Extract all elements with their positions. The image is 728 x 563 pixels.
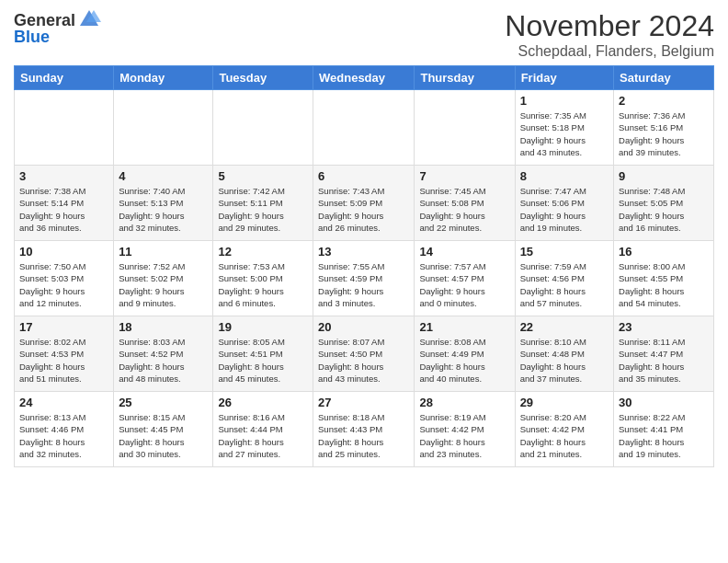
cell-w3-d3: 12Sunrise: 7:53 AM Sunset: 5:00 PM Dayli…: [213, 241, 313, 316]
cell-w4-d7: 23Sunrise: 8:11 AM Sunset: 4:47 PM Dayli…: [614, 316, 714, 392]
day-info: Sunrise: 7:53 AM Sunset: 5:00 PM Dayligh…: [218, 260, 308, 309]
calendar-header-row: Sunday Monday Tuesday Wednesday Thursday…: [15, 66, 714, 90]
cell-w2-d5: 7Sunrise: 7:45 AM Sunset: 5:08 PM Daylig…: [415, 166, 515, 241]
day-info: Sunrise: 8:19 AM Sunset: 4:42 PM Dayligh…: [419, 411, 509, 460]
cell-w2-d7: 9Sunrise: 7:48 AM Sunset: 5:05 PM Daylig…: [614, 166, 714, 241]
day-number: 13: [318, 245, 409, 259]
day-number: 20: [318, 320, 409, 334]
day-number: 23: [619, 320, 709, 334]
logo-blue-text: Blue: [14, 28, 50, 47]
day-info: Sunrise: 8:18 AM Sunset: 4:43 PM Dayligh…: [318, 411, 409, 460]
day-number: 7: [419, 169, 509, 183]
day-number: 27: [318, 396, 409, 409]
col-thursday: Thursday: [415, 66, 515, 90]
day-info: Sunrise: 8:03 AM Sunset: 4:52 PM Dayligh…: [119, 336, 208, 385]
day-number: 19: [218, 320, 308, 334]
cell-w5-d6: 29Sunrise: 8:20 AM Sunset: 4:42 PM Dayli…: [515, 392, 613, 467]
day-number: 28: [419, 396, 509, 409]
day-info: Sunrise: 8:11 AM Sunset: 4:47 PM Dayligh…: [619, 336, 709, 385]
day-number: 18: [119, 320, 208, 334]
header: General Blue November 2024 Schepdaal, Fl…: [14, 9, 714, 60]
day-info: Sunrise: 7:40 AM Sunset: 5:13 PM Dayligh…: [119, 185, 208, 234]
logo: General Blue: [14, 9, 101, 47]
cell-w3-d5: 14Sunrise: 7:57 AM Sunset: 4:57 PM Dayli…: [415, 241, 515, 316]
day-number: 26: [218, 396, 308, 409]
day-number: 15: [520, 245, 609, 259]
day-info: Sunrise: 7:42 AM Sunset: 5:11 PM Dayligh…: [218, 185, 308, 234]
cell-w2-d1: 3Sunrise: 7:38 AM Sunset: 5:14 PM Daylig…: [15, 166, 114, 241]
day-number: 8: [520, 169, 609, 183]
col-saturday: Saturday: [614, 66, 714, 90]
cell-w2-d2: 4Sunrise: 7:40 AM Sunset: 5:13 PM Daylig…: [114, 166, 213, 241]
col-friday: Friday: [515, 66, 613, 90]
page-container: General Blue November 2024 Schepdaal, Fl…: [0, 0, 728, 477]
day-info: Sunrise: 8:22 AM Sunset: 4:41 PM Dayligh…: [619, 411, 709, 460]
day-info: Sunrise: 7:36 AM Sunset: 5:16 PM Dayligh…: [619, 109, 709, 158]
day-info: Sunrise: 7:48 AM Sunset: 5:05 PM Dayligh…: [619, 185, 709, 234]
cell-w4-d1: 17Sunrise: 8:02 AM Sunset: 4:53 PM Dayli…: [15, 316, 114, 392]
cell-w2-d6: 8Sunrise: 7:47 AM Sunset: 5:06 PM Daylig…: [515, 166, 613, 241]
day-info: Sunrise: 8:05 AM Sunset: 4:51 PM Dayligh…: [218, 336, 308, 385]
week-row-5: 24Sunrise: 8:13 AM Sunset: 4:46 PM Dayli…: [15, 392, 714, 467]
day-number: 2: [619, 94, 709, 108]
location-text: Schepdaal, Flanders, Belgium: [505, 43, 714, 60]
cell-w1-d1: [15, 90, 114, 166]
cell-w1-d4: [313, 90, 415, 166]
day-number: 12: [218, 245, 308, 259]
week-row-4: 17Sunrise: 8:02 AM Sunset: 4:53 PM Dayli…: [15, 316, 714, 392]
day-number: 3: [19, 169, 108, 183]
cell-w4-d3: 19Sunrise: 8:05 AM Sunset: 4:51 PM Dayli…: [213, 316, 313, 392]
cell-w1-d3: [213, 90, 313, 166]
day-info: Sunrise: 8:00 AM Sunset: 4:55 PM Dayligh…: [619, 260, 709, 309]
day-number: 10: [19, 245, 108, 259]
cell-w5-d4: 27Sunrise: 8:18 AM Sunset: 4:43 PM Dayli…: [313, 392, 415, 467]
week-row-2: 3Sunrise: 7:38 AM Sunset: 5:14 PM Daylig…: [15, 166, 714, 241]
cell-w2-d3: 5Sunrise: 7:42 AM Sunset: 5:11 PM Daylig…: [213, 166, 313, 241]
cell-w5-d2: 25Sunrise: 8:15 AM Sunset: 4:45 PM Dayli…: [114, 392, 213, 467]
day-number: 17: [19, 320, 108, 334]
day-info: Sunrise: 7:55 AM Sunset: 4:59 PM Dayligh…: [318, 260, 409, 309]
day-info: Sunrise: 7:50 AM Sunset: 5:03 PM Dayligh…: [19, 260, 108, 309]
cell-w3-d6: 15Sunrise: 7:59 AM Sunset: 4:56 PM Dayli…: [515, 241, 613, 316]
col-tuesday: Tuesday: [213, 66, 313, 90]
cell-w1-d5: [415, 90, 515, 166]
cell-w2-d4: 6Sunrise: 7:43 AM Sunset: 5:09 PM Daylig…: [313, 166, 415, 241]
day-number: 1: [520, 94, 609, 108]
day-number: 21: [419, 320, 509, 334]
day-number: 25: [119, 396, 208, 409]
day-info: Sunrise: 8:08 AM Sunset: 4:49 PM Dayligh…: [419, 336, 509, 385]
cell-w3-d4: 13Sunrise: 7:55 AM Sunset: 4:59 PM Dayli…: [313, 241, 415, 316]
cell-w5-d1: 24Sunrise: 8:13 AM Sunset: 4:46 PM Dayli…: [15, 392, 114, 467]
day-info: Sunrise: 7:59 AM Sunset: 4:56 PM Dayligh…: [520, 260, 609, 309]
day-number: 29: [520, 396, 609, 409]
day-number: 5: [218, 169, 308, 183]
day-info: Sunrise: 8:13 AM Sunset: 4:46 PM Dayligh…: [19, 411, 108, 460]
day-number: 16: [619, 245, 709, 259]
cell-w1-d7: 2Sunrise: 7:36 AM Sunset: 5:16 PM Daylig…: [614, 90, 714, 166]
cell-w1-d6: 1Sunrise: 7:35 AM Sunset: 5:18 PM Daylig…: [515, 90, 613, 166]
day-info: Sunrise: 8:15 AM Sunset: 4:45 PM Dayligh…: [119, 411, 208, 460]
day-info: Sunrise: 7:43 AM Sunset: 5:09 PM Dayligh…: [318, 185, 409, 234]
day-number: 30: [619, 396, 709, 409]
day-info: Sunrise: 7:45 AM Sunset: 5:08 PM Dayligh…: [419, 185, 509, 234]
day-number: 4: [119, 169, 208, 183]
calendar-table: Sunday Monday Tuesday Wednesday Thursday…: [14, 65, 714, 467]
day-info: Sunrise: 8:07 AM Sunset: 4:50 PM Dayligh…: [318, 336, 409, 385]
day-info: Sunrise: 8:10 AM Sunset: 4:48 PM Dayligh…: [520, 336, 609, 385]
cell-w4-d5: 21Sunrise: 8:08 AM Sunset: 4:49 PM Dayli…: [415, 316, 515, 392]
cell-w4-d4: 20Sunrise: 8:07 AM Sunset: 4:50 PM Dayli…: [313, 316, 415, 392]
day-info: Sunrise: 7:57 AM Sunset: 4:57 PM Dayligh…: [419, 260, 509, 309]
cell-w5-d5: 28Sunrise: 8:19 AM Sunset: 4:42 PM Dayli…: [415, 392, 515, 467]
day-info: Sunrise: 7:52 AM Sunset: 5:02 PM Dayligh…: [119, 260, 208, 309]
day-info: Sunrise: 8:02 AM Sunset: 4:53 PM Dayligh…: [19, 336, 108, 385]
day-number: 14: [419, 245, 509, 259]
col-wednesday: Wednesday: [313, 66, 415, 90]
week-row-1: 1Sunrise: 7:35 AM Sunset: 5:18 PM Daylig…: [15, 90, 714, 166]
logo-icon: [77, 7, 101, 31]
day-info: Sunrise: 7:35 AM Sunset: 5:18 PM Dayligh…: [520, 109, 609, 158]
day-number: 24: [19, 396, 108, 409]
col-monday: Monday: [114, 66, 213, 90]
cell-w3-d1: 10Sunrise: 7:50 AM Sunset: 5:03 PM Dayli…: [15, 241, 114, 316]
day-number: 9: [619, 169, 709, 183]
day-info: Sunrise: 8:20 AM Sunset: 4:42 PM Dayligh…: [520, 411, 609, 460]
